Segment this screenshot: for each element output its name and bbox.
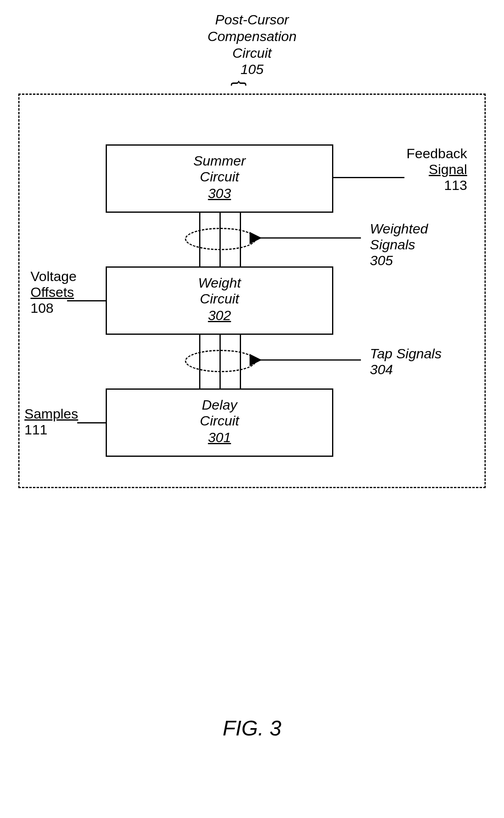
- label-tap-line1: Tap Signals: [370, 346, 441, 362]
- label-voltage-num: 108: [30, 300, 76, 316]
- label-weighted-line2: Signals: [370, 237, 428, 253]
- label-weighted-line1: Weighted: [370, 221, 428, 237]
- label-feedback-line1: Feedback: [406, 146, 467, 161]
- curly-brace-icon: {: [232, 81, 248, 86]
- block-delay: Delay Circuit 301: [106, 388, 333, 457]
- label-samples-line1: Samples: [24, 406, 78, 422]
- page: Post-Cursor Compensation Circuit 105 { S…: [0, 0, 504, 818]
- label-tap-num: 304: [370, 362, 441, 377]
- block-weight-line2: Circuit: [107, 291, 332, 307]
- block-delay-num: 301: [107, 430, 332, 445]
- label-voltage: Voltage Offsets 108: [30, 268, 76, 316]
- wire-samples: [77, 422, 106, 423]
- label-voltage-line1: Voltage: [30, 268, 76, 284]
- block-weight-num: 302: [107, 308, 332, 323]
- figure-caption: FIG. 3: [0, 716, 504, 740]
- label-weighted-num: 305: [370, 253, 428, 268]
- label-samples-num: 111: [24, 422, 78, 438]
- block-weight-line1: Weight: [107, 275, 332, 291]
- wire-feedback: [333, 177, 404, 178]
- title-line1: Post-Cursor: [0, 11, 504, 28]
- block-summer-num: 303: [107, 185, 332, 201]
- label-feedback: Feedback Signal 113: [406, 146, 467, 193]
- label-tap: Tap Signals 304: [370, 346, 441, 377]
- ellipse-tap: [185, 350, 256, 372]
- block-summer: Summer Circuit 303: [106, 144, 333, 213]
- ellipse-weighted: [185, 228, 256, 250]
- block-weight: Weight Circuit 302: [106, 266, 333, 335]
- title-line3: Circuit: [0, 45, 504, 61]
- label-weighted: Weighted Signals 305: [370, 221, 428, 268]
- block-summer-line1: Summer: [107, 153, 332, 169]
- arrow-tap: [255, 354, 361, 366]
- label-feedback-num: 113: [406, 177, 467, 193]
- label-samples: Samples 111: [24, 406, 78, 438]
- label-voltage-line2: Offsets: [30, 284, 76, 300]
- title-num: 105: [0, 61, 504, 78]
- title-line2: Compensation: [0, 28, 504, 45]
- title-block: Post-Cursor Compensation Circuit 105: [0, 11, 504, 78]
- arrow-weighted: [255, 232, 361, 244]
- block-summer-line2: Circuit: [107, 169, 332, 185]
- block-delay-line2: Circuit: [107, 413, 332, 429]
- block-delay-line1: Delay: [107, 397, 332, 413]
- label-feedback-line2: Signal: [406, 161, 467, 177]
